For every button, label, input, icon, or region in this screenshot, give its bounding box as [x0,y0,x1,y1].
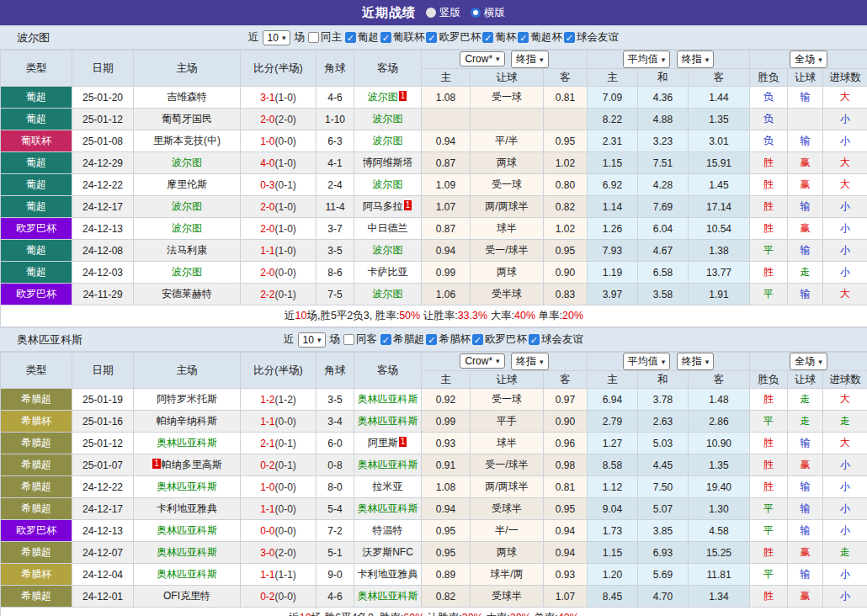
radio-vertical-label: 竖版 [439,6,460,20]
avg-away-odds: 3.01 [689,130,750,152]
home-team-cell: 里斯本竞技(中) [134,130,241,152]
avg-draw-odds: 5.07 [638,498,689,520]
avg-draw-odds: 3.58 [638,284,689,305]
odds-provider-select[interactable]: Crow*▾ [460,353,504,369]
average-stage-select[interactable]: 终指▾ [677,50,715,68]
handicap-away-odds: 0.95 [544,130,588,152]
home-team-cell: 法马利康 [134,240,241,262]
avg-home-odds: 8.58 [588,454,638,476]
league-label: 球会友谊 [577,30,619,45]
sub-header-avg-home: 主 [588,69,638,87]
handicap-stage-select[interactable]: 终指▾ [511,353,549,370]
result-wdl: 负 [750,130,788,152]
result-goals: 小 [823,218,867,240]
handicap-home-odds: 1.08 [422,87,471,109]
avg-away-odds: 13.77 [689,262,750,284]
avg-draw-odds: 4.88 [638,109,689,130]
avg-away-odds: 1.34 [689,586,750,608]
competition-badge: 希腊超 [1,433,72,454]
avg-away-odds: 1.45 [689,174,750,196]
match-row: 葡超25-01-20吉维森特3-1(1-0)4-6波尔图11.08受一球0.81… [1,87,867,109]
odds-provider-select[interactable]: Crow*▾ [460,51,504,66]
handicap-stage-value: 终指 [516,52,536,66]
corners-cell: 1-10 [316,109,354,130]
match-date: 24-12-08 [72,240,134,262]
team-name-text: 波尔图 [368,91,398,103]
result-goals: 小 [823,196,867,218]
sub-header-result-handicap: 让球 [788,371,823,389]
avg-home-odds: 3.97 [588,284,638,305]
same-venue-checkbox[interactable]: 同客 [343,332,377,347]
games-count-select[interactable]: 10 ▾ [263,30,291,45]
team-name-text: 奥林匹亚科斯 [358,415,418,427]
result-handicap: 输 [788,130,823,152]
avg-away-odds: 1.38 [689,240,750,262]
match-row: 希腊超24-12-01OFI克里特0-2(0-0)4-6奥林匹亚科斯0.82受球… [1,586,867,608]
handicap-stage-select[interactable]: 终指▾ [511,50,549,68]
league-checkbox[interactable]: ✓球会友谊 [529,332,583,347]
result-goals: 大 [823,87,867,109]
team-section: 波尔图 近 10 ▾ 场 同主 ✓葡超✓葡联杯✓欧罗巴杯✓葡杯✓葡超杯✓球会友谊 [0,25,867,327]
league-checkbox[interactable]: ✓葡超 [345,30,379,45]
score-cell: 4-0(1-0) [241,152,316,174]
fulltime-select[interactable]: 全场▾ [790,50,827,68]
result-goals: 大 [823,433,867,454]
checkbox-checked-icon: ✓ [426,334,437,345]
score-cell: 2-1(0-1) [241,433,316,454]
league-checkbox[interactable]: ✓葡超杯 [518,30,562,45]
handicap-home-odds: 0.87 [422,218,471,240]
team-name-text: 特温特 [373,524,403,536]
checkbox-checked-icon: ✓ [518,32,529,43]
average-select[interactable]: 平均值▾ [623,353,671,370]
handicap-home-odds: 0.99 [422,262,471,284]
handicap-away-odds: 0.90 [544,411,588,433]
result-wdl: 胜 [750,262,788,284]
games-label: 场 [329,332,340,347]
filter-bar: 奥林匹亚科斯 近 10 ▾ 场 同客 ✓希腊超✓希腊杯✓欧罗巴杯✓球会友谊 [0,327,867,352]
col-header-away: 客场 [354,353,422,389]
match-date: 24-12-13 [72,520,134,542]
score-cell: 1-0(0-0) [241,476,316,498]
league-checkbox[interactable]: ✓欧罗巴杯 [426,30,481,45]
handicap-stage-value: 终指 [516,354,536,369]
average-stage-select[interactable]: 终指▾ [677,353,715,370]
away-team-cell: 博阿维斯塔 [354,152,422,174]
fulltime-select[interactable]: 全场▾ [790,353,827,370]
checkbox-checked-icon: ✓ [564,32,575,43]
league-checkbox[interactable]: ✓葡杯 [482,30,516,45]
handicap-home-odds: 1.07 [422,196,471,218]
result-wdl: 胜 [750,196,788,218]
league-checkbox[interactable]: ✓球会友谊 [564,30,619,45]
result-handicap: 赢 [788,218,823,240]
same-venue-checkbox[interactable]: 同主 [308,30,342,45]
match-date: 24-12-13 [72,218,134,240]
avg-home-odds: 9.04 [588,498,638,520]
layout-radio-horizontal[interactable]: 横版 [471,6,505,20]
league-checkbox[interactable]: ✓欧罗巴杯 [472,332,527,347]
avg-away-odds: 10.54 [689,218,750,240]
team-name-text: 波尔图 [373,288,403,300]
handicap-away-odds: 0.80 [544,174,588,196]
avg-home-odds: 1.12 [588,476,638,498]
result-goals: 大 [823,389,867,411]
league-checkbox[interactable]: ✓葡联杯 [380,30,425,45]
page-title: 近期战绩 [362,5,416,21]
away-team-cell: 波尔图 [354,284,422,305]
avg-draw-odds: 3.85 [638,520,689,542]
match-date: 24-12-01 [72,586,134,608]
handicap-away-odds: 0.81 [544,476,588,498]
same-venue-label: 同主 [321,30,342,45]
match-row: 希腊超24-12-22奥林匹亚科斯1-0(0-0)8-0拉米亚1.08两/两球半… [1,476,867,498]
league-checkbox[interactable]: ✓希腊杯 [426,332,471,347]
home-team-cell: 1帕纳多里高斯 [134,454,241,476]
layout-radio-vertical[interactable]: 竖版 [426,6,460,20]
avg-away-odds: 1.35 [689,109,750,130]
league-checkbox[interactable]: ✓希腊超 [380,332,425,347]
score-cell: 1-0(0-0) [241,130,316,152]
result-handicap: 赢 [788,174,823,196]
checkbox-icon [343,334,354,345]
competition-badge: 葡超 [1,152,72,174]
games-count-select[interactable]: 10 ▾ [298,332,327,348]
sub-header-result-goals: 进球数 [823,69,867,87]
average-select[interactable]: 平均值▾ [623,50,671,68]
